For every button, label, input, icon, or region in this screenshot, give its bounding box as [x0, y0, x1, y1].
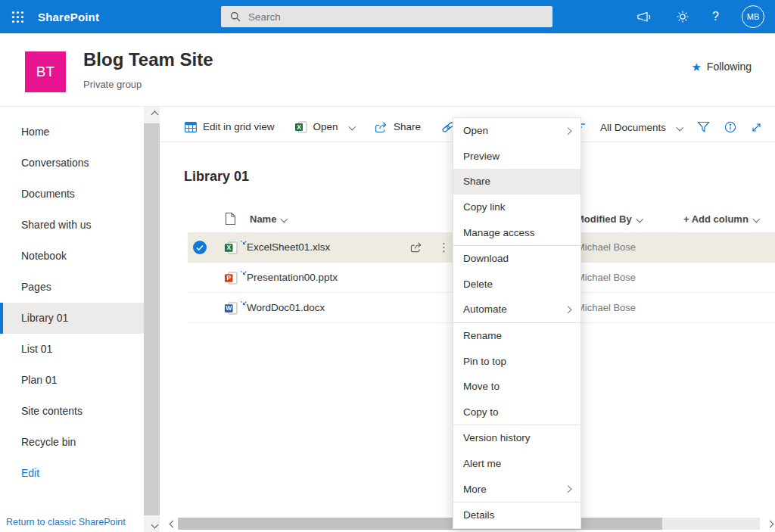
menu-item-copy-link[interactable]: Copy link: [453, 194, 580, 220]
chevron-down-icon: [677, 123, 683, 130]
menu-item-label: Copy link: [463, 201, 506, 213]
sidebar-nav: HomeConversationsDocumentsShared with us…: [0, 117, 144, 489]
menu-item-label: Pin to top: [463, 356, 506, 367]
more-actions-icon[interactable]: ⋮: [438, 232, 450, 263]
column-header-modified-by[interactable]: Modified By: [576, 205, 642, 232]
svg-text:X: X: [226, 244, 231, 251]
menu-item-label: Copy to: [463, 406, 499, 418]
menu-item-preview[interactable]: Preview: [453, 144, 580, 170]
sidebar-item-edit[interactable]: Edit: [0, 458, 144, 489]
chevron-down-icon: [348, 123, 355, 130]
edit-grid-view-button[interactable]: Edit in grid view: [185, 121, 275, 132]
document-type-column-icon[interactable]: [225, 205, 236, 232]
view-selector-label: All Documents: [600, 122, 666, 133]
return-classic-link[interactable]: Return to classic SharePoint: [6, 517, 126, 527]
info-icon[interactable]: [724, 121, 736, 133]
menu-item-move-to[interactable]: Move to: [453, 374, 580, 400]
document-icon: [225, 212, 236, 226]
grid-icon: [185, 122, 197, 132]
sidebar-item-notebook[interactable]: Notebook: [0, 241, 144, 272]
menu-item-label: Delete: [463, 278, 493, 290]
chevron-down-icon: [636, 215, 643, 222]
fullscreen-expand-icon[interactable]: [751, 122, 762, 133]
menu-item-label: More: [463, 484, 487, 495]
sidebar-item-recycle-bin[interactable]: Recycle bin: [0, 427, 144, 458]
sidebar-item-home[interactable]: Home: [0, 117, 144, 148]
help-icon[interactable]: ?: [712, 10, 719, 23]
menu-item-label: Move to: [463, 381, 500, 392]
suite-bar: SharePoint ? MB: [0, 0, 775, 33]
menu-item-label: Automate: [463, 303, 507, 315]
menu-item-details[interactable]: Details: [453, 502, 580, 528]
add-column-button[interactable]: + Add column: [683, 205, 758, 232]
search-input[interactable]: [221, 6, 552, 27]
menu-item-version-history[interactable]: Version history: [453, 425, 580, 451]
share-label: Share: [394, 121, 421, 132]
filter-icon[interactable]: [697, 121, 710, 133]
share-icon: [375, 121, 388, 133]
sidebar-scrollbar[interactable]: [144, 107, 160, 532]
scroll-down-icon[interactable]: [144, 517, 160, 532]
menu-item-delete[interactable]: Delete: [453, 272, 580, 297]
file-name[interactable]: WordDoc01.docx: [247, 293, 325, 323]
megaphone-icon[interactable]: [636, 11, 653, 23]
file-name[interactable]: Presentation00.pptx: [247, 263, 338, 293]
menu-item-pin-to-top[interactable]: Pin to top: [453, 348, 580, 374]
menu-item-rename[interactable]: Rename: [453, 323, 580, 349]
site-logo[interactable]: BT: [25, 51, 66, 92]
add-column-label: + Add column: [683, 213, 749, 225]
share-button[interactable]: Share: [375, 121, 421, 133]
sidebar-item-plan-01[interactable]: Plan 01: [0, 365, 144, 396]
view-selector-button[interactable]: All Documents: [600, 122, 683, 133]
sidebar-item-list-01[interactable]: List 01: [0, 334, 144, 365]
sidebar: HomeConversationsDocumentsShared with us…: [0, 107, 144, 532]
sidebar-item-shared-with-us[interactable]: Shared with us: [0, 210, 144, 241]
share-icon[interactable]: [410, 241, 422, 256]
selected-check-icon[interactable]: [193, 241, 207, 254]
menu-item-label: Manage access: [463, 227, 535, 238]
excel-file-icon: X: [225, 241, 238, 257]
sidebar-item-pages[interactable]: Pages: [0, 272, 144, 303]
menu-item-manage-access[interactable]: Manage access: [453, 219, 580, 245]
app-launcher-waffle-icon[interactable]: [0, 0, 35, 33]
scroll-up-icon[interactable]: [144, 107, 160, 122]
powerpoint-file-icon: P: [225, 272, 238, 288]
excel-app-icon: X: [295, 121, 307, 133]
modified-by-cell: Michael Bose: [577, 293, 636, 323]
scroll-left-icon[interactable]: [164, 518, 176, 530]
sidebar-item-documents[interactable]: Documents: [0, 179, 144, 210]
modified-by-cell: Michael Bose: [577, 232, 636, 263]
menu-item-download[interactable]: Download: [453, 246, 580, 272]
menu-item-open[interactable]: Open: [453, 118, 580, 144]
following-button[interactable]: ★ Following: [691, 61, 752, 73]
submenu-chevron-icon: [564, 127, 571, 134]
menu-item-label: Preview: [463, 151, 500, 162]
sharepoint-brand[interactable]: SharePoint: [38, 11, 99, 23]
search-box[interactable]: [221, 6, 552, 27]
menu-item-label: Details: [463, 509, 494, 521]
menu-item-label: Open: [463, 125, 488, 136]
menu-item-label: Version history: [463, 432, 531, 443]
sidebar-scrollbar-thumb[interactable]: [144, 123, 160, 515]
scroll-right-icon[interactable]: [761, 518, 773, 530]
site-title[interactable]: Blog Team Site: [83, 49, 213, 70]
sidebar-item-site-contents[interactable]: Site contents: [0, 396, 144, 427]
sidebar-item-conversations[interactable]: Conversations: [0, 148, 144, 179]
settings-gear-icon[interactable]: [676, 10, 689, 23]
horizontal-scrollbar-thumb[interactable]: [178, 518, 662, 530]
menu-item-share[interactable]: Share: [453, 169, 580, 194]
open-button[interactable]: X Open: [295, 121, 355, 133]
svg-text:P: P: [226, 274, 231, 282]
menu-item-automate[interactable]: Automate: [453, 297, 580, 322]
column-header-name[interactable]: Name: [250, 205, 287, 232]
menu-item-copy-to[interactable]: Copy to: [453, 400, 580, 425]
menu-item-more[interactable]: More: [453, 476, 580, 502]
menu-item-label: Rename: [463, 330, 502, 341]
name-column-label: Name: [250, 213, 276, 225]
file-name[interactable]: ExcelSheet01.xlsx: [247, 232, 330, 263]
menu-item-label: Share: [463, 176, 490, 187]
menu-item-alert-me[interactable]: Alert me: [453, 451, 580, 477]
sidebar-item-library-01[interactable]: Library 01: [0, 303, 144, 334]
user-avatar[interactable]: MB: [742, 5, 764, 28]
modified-by-cell: Michael Bose: [577, 263, 636, 293]
